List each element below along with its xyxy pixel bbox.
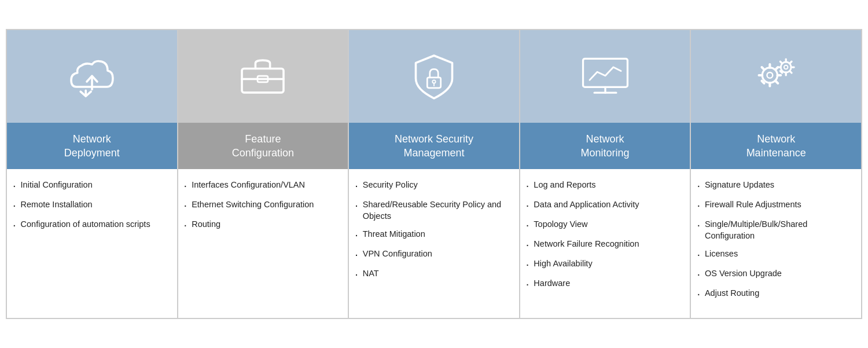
list-item: Threat Mitigation	[355, 229, 511, 241]
svg-line-28	[790, 71, 792, 73]
list-item: Interfaces Configuration/VLAN	[184, 180, 340, 192]
svg-line-17	[762, 67, 764, 69]
list-item: Signature Updates	[697, 180, 853, 192]
list-item: VPN Configuration	[355, 248, 511, 261]
items-area-network-security-management: Security PolicyShared/Reusable Security …	[349, 169, 519, 318]
svg-rect-2	[242, 68, 284, 92]
list-item: Licenses	[697, 248, 853, 261]
svg-line-30	[781, 71, 782, 73]
title-feature-configuration: Feature Configuration	[178, 123, 348, 169]
items-area-feature-configuration: Interfaces Configuration/VLANEthernet Sw…	[178, 169, 348, 318]
column-network-deployment: Network DeploymentInitial ConfigurationR…	[7, 30, 178, 318]
list-item: Topology View	[526, 219, 682, 232]
list-item: Routing	[184, 219, 340, 232]
list-item: High Availability	[526, 258, 682, 271]
list-item: Log and Reports	[526, 180, 682, 192]
list-item: Configuration of automation scripts	[13, 219, 169, 232]
list-item: Security Policy	[355, 180, 511, 192]
icon-area-network-deployment	[7, 30, 177, 123]
items-area-network-maintenance: Signature UpdatesFirewall Rule Adjustmen…	[691, 169, 861, 318]
list-item: Remote Installation	[13, 199, 169, 212]
column-network-security-management: Network Security ManagementSecurity Poli…	[349, 30, 520, 318]
title-network-security-management: Network Security Management	[349, 123, 519, 169]
icon-area-network-monitoring	[520, 30, 690, 123]
column-feature-configuration: Feature ConfigurationInterfaces Configur…	[178, 30, 350, 318]
column-network-maintenance: Network MaintenanceSignature UpdatesFire…	[691, 30, 861, 318]
list-item: Adjust Routing	[697, 288, 853, 301]
list-item: Data and Application Activity	[526, 199, 682, 212]
main-container: Network DeploymentInitial ConfigurationR…	[6, 29, 862, 319]
list-item: Shared/Reusable Security Policy and Obje…	[355, 199, 511, 222]
svg-point-12	[767, 72, 773, 78]
column-network-monitoring: Network MonitoringLog and ReportsData an…	[520, 30, 692, 318]
title-network-maintenance: Network Maintenance	[691, 123, 861, 169]
svg-point-22	[784, 65, 788, 69]
items-area-network-monitoring: Log and ReportsData and Application Acti…	[520, 169, 690, 318]
title-network-monitoring: Network Monitoring	[520, 123, 690, 169]
svg-line-18	[775, 81, 778, 83]
items-area-network-deployment: Initial ConfigurationRemote Installation…	[7, 169, 177, 318]
list-item: Ethernet Switching Configuration	[184, 199, 340, 212]
svg-line-27	[781, 61, 782, 63]
list-item: OS Version Upgrade	[697, 268, 853, 281]
list-item: NAT	[355, 268, 511, 281]
list-item: Initial Configuration	[13, 180, 169, 192]
svg-line-20	[762, 81, 764, 83]
list-item: Firewall Rule Adjustments	[697, 199, 853, 212]
icon-area-network-maintenance	[691, 30, 861, 123]
icon-area-network-security-management	[349, 30, 519, 123]
list-item: Network Failure Recognition	[526, 239, 682, 251]
title-network-deployment: Network Deployment	[7, 123, 177, 169]
svg-line-29	[790, 61, 792, 63]
svg-rect-8	[583, 58, 627, 87]
list-item: Single/Multiple/Bulk/Shared Configuratio…	[697, 219, 853, 241]
icon-area-feature-configuration	[178, 30, 348, 123]
list-item: Hardware	[526, 278, 682, 291]
